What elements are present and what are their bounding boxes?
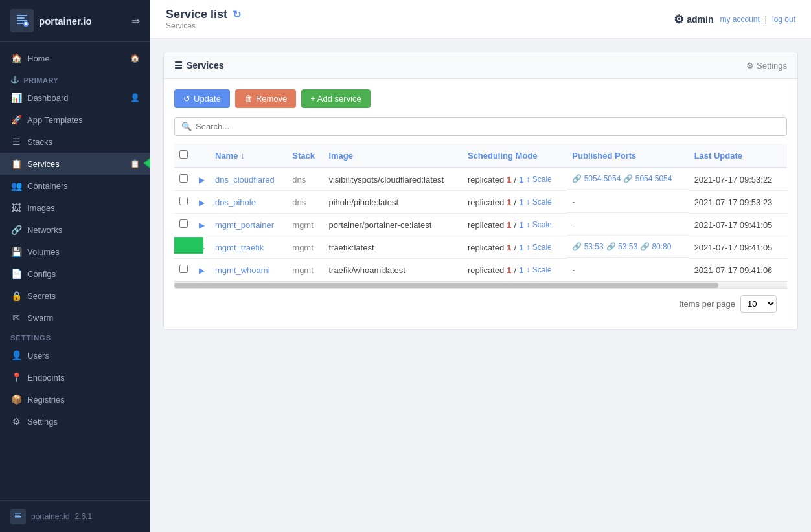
search-bar: 🔍 (174, 117, 787, 136)
scale-link[interactable]: ↕ Scale (526, 220, 551, 229)
row-scheduling-cell: replicated 1 / 1 ↕ Scale (463, 191, 567, 214)
transfer-icon[interactable]: ⇒ (131, 15, 140, 27)
services-arrow-annotation (144, 149, 150, 177)
scale-link[interactable]: ↕ Scale (526, 197, 551, 206)
expand-button[interactable]: ▶ (199, 266, 205, 275)
stack-value: mgmt (292, 265, 314, 275)
panel-header: ☰ Services ⚙ Settings (164, 52, 797, 79)
horizontal-scrollbar[interactable] (174, 281, 787, 289)
sidebar-item-networks-label: Networks (27, 225, 62, 235)
services-table: Name ↕ Stack Image Scheduling Mode (174, 144, 787, 281)
footer-logo-icon (10, 509, 26, 524)
image-value: visibilityspots/cloudflared:latest (328, 175, 444, 184)
home-icon: 🏠 (10, 53, 22, 63)
scheduling-mode-value: replicated (468, 197, 504, 207)
row-name-cell: mgmt_whoami (210, 259, 287, 282)
col-last-update: Last Update (689, 144, 787, 168)
search-input[interactable] (196, 122, 780, 131)
footer-logo-text: portainer.io (31, 512, 69, 521)
sidebar-item-secrets[interactable]: 🔒 Secrets (0, 285, 150, 307)
table-header-row: Name ↕ Stack Image Scheduling Mode (174, 144, 787, 168)
endpoints-icon: 📍 (10, 372, 22, 382)
sidebar-item-stacks[interactable]: ☰ Stacks (0, 131, 150, 153)
sidebar-item-users[interactable]: 👤 Users (0, 344, 150, 366)
replicas-total: 1 (519, 175, 523, 184)
replicas-total: 1 (519, 243, 523, 252)
col-scheduling-mode: Scheduling Mode (463, 144, 567, 168)
panel-title-icon: ☰ (174, 60, 183, 71)
row-ports-cell: 🔗 53:53 🔗 53:53 🔗 80:80 (567, 236, 689, 258)
service-name-link[interactable]: dns_pihole (215, 197, 256, 207)
last-update-value: 2021-07-17 09:53:22 (694, 175, 773, 184)
search-icon: 🔍 (181, 122, 192, 131)
replicas-total: 1 (519, 265, 523, 275)
sidebar-item-stacks-label: Stacks (27, 137, 52, 147)
sidebar-item-configs[interactable]: 📄 Configs (0, 263, 150, 285)
row-last-update-cell: 2021-07-17 09:41:05 (689, 214, 787, 236)
table-row: ▶ dns_pihole dns pihole/pihole:latest re… (174, 191, 787, 214)
expand-button[interactable]: ▶ (199, 221, 205, 230)
remove-button[interactable]: 🗑 Remove (235, 89, 296, 108)
port-link[interactable]: 🔗 53:53 (572, 242, 603, 251)
port-link[interactable]: 🔗 5054:5054 (623, 174, 672, 183)
sidebar-item-swarm[interactable]: ✉ Swarm (0, 307, 150, 329)
sidebar-item-dashboard-label: Dashboard (27, 93, 69, 103)
row-name-cell: dns_pihole (210, 191, 287, 214)
content-area: ☰ Services ⚙ Settings ↺ Update 🗑 Remove … (150, 39, 811, 532)
svg-rect-8 (15, 513, 21, 514)
row-checkbox[interactable] (179, 174, 188, 183)
expand-button[interactable]: ▶ (199, 198, 205, 207)
users-icon: 👤 (10, 350, 22, 360)
sidebar-item-networks[interactable]: 🔗 Networks (0, 219, 150, 241)
sidebar-item-home[interactable]: 🏠 Home 🏠 (0, 47, 150, 69)
sidebar-item-images[interactable]: 🖼 Images (0, 197, 150, 219)
col-stack: Stack (287, 144, 323, 168)
row-checkbox[interactable] (179, 265, 188, 273)
service-name-link[interactable]: mgmt_traefik (215, 243, 264, 252)
service-name-link[interactable]: mgmt_whoami (215, 265, 270, 275)
svg-rect-2 (17, 20, 27, 21)
app-templates-icon: 🚀 (10, 115, 22, 125)
sidebar-item-registries-label: Registries (27, 395, 65, 405)
sidebar-item-settings[interactable]: ⚙ Settings (0, 410, 150, 432)
scheduling-mode-value: replicated (468, 220, 504, 230)
select-all-checkbox[interactable] (179, 150, 188, 159)
col-name[interactable]: Name ↕ (210, 144, 287, 168)
add-service-button[interactable]: + Add service (301, 89, 370, 108)
service-name-link[interactable]: dns_cloudflared (215, 175, 275, 184)
sidebar-item-app-templates[interactable]: 🚀 App Templates (0, 109, 150, 131)
svg-rect-3 (17, 23, 23, 24)
port-link[interactable]: 🔗 80:80 (640, 242, 671, 251)
sidebar-item-containers[interactable]: 👥 Containers (0, 175, 150, 197)
scale-link[interactable]: ↕ Scale (526, 175, 551, 184)
port-link[interactable]: 🔗 5054:5054 (572, 174, 621, 183)
row-name-cell: dns_cloudflared (210, 168, 287, 191)
refresh-icon[interactable]: ↻ (233, 8, 241, 21)
networks-icon: 🔗 (10, 225, 22, 235)
row-checkbox[interactable] (179, 197, 188, 205)
sidebar-item-volumes[interactable]: 💾 Volumes (0, 241, 150, 263)
my-account-link[interactable]: my account (720, 15, 759, 24)
sidebar-item-endpoints[interactable]: 📍 Endpoints (0, 366, 150, 388)
sidebar-item-services[interactable]: 📋 Services 📋 (0, 153, 150, 175)
scale-link[interactable]: ↕ Scale (526, 265, 551, 274)
sidebar-item-registries[interactable]: 📦 Registries (0, 388, 150, 410)
primary-icon: ⚓ (10, 76, 20, 84)
panel-settings-link[interactable]: ⚙ Settings (746, 61, 787, 71)
port-link[interactable]: 🔗 53:53 (606, 242, 637, 251)
row-image-cell: portainer/portainer-ce:latest (323, 214, 462, 236)
update-button[interactable]: ↺ Update (174, 89, 230, 108)
action-buttons: ↺ Update 🗑 Remove + Add service (174, 89, 787, 108)
scale-link[interactable]: ↕ Scale (526, 243, 551, 252)
row-last-update-cell: 2021-07-17 09:53:22 (689, 168, 787, 191)
table-row: ▶ mgmt_whoami mgmt traefik/whoami:latest… (174, 259, 787, 282)
service-name-link[interactable]: mgmt_portainer (215, 220, 274, 230)
settings-icon: ⚙ (10, 416, 22, 427)
items-per-page-select[interactable]: 102550100 (740, 295, 777, 313)
settings-section-label: SETTINGS (0, 329, 150, 344)
row-checkbox[interactable] (179, 219, 188, 228)
image-value: portainer/portainer-ce:latest (328, 220, 431, 230)
sidebar-item-dashboard[interactable]: 📊 Dashboard 👤 (0, 87, 150, 109)
log-out-link[interactable]: log out (772, 15, 795, 24)
expand-button[interactable]: ▶ (199, 175, 205, 184)
